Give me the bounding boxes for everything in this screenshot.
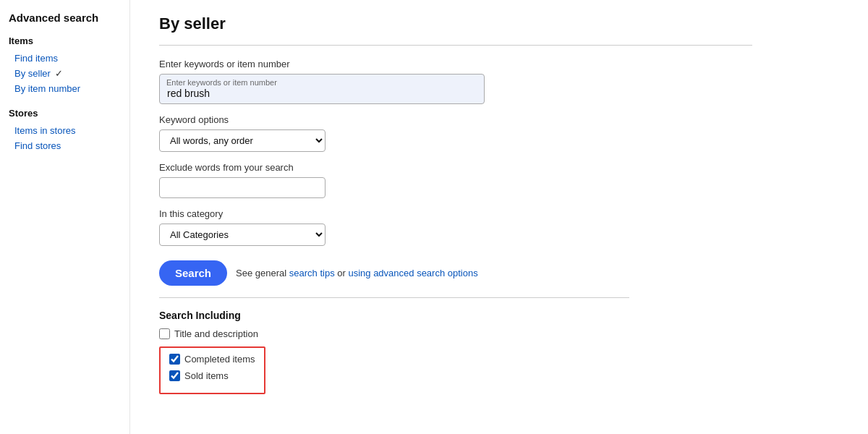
checkbox-row-title-desc: Title and description xyxy=(159,328,752,339)
sidebar-item-by-seller[interactable]: By seller ✓ xyxy=(9,66,121,81)
search-row: Search See general search tips or using … xyxy=(159,260,752,286)
sidebar: Advanced search Items Find items By sell… xyxy=(0,0,130,434)
top-divider xyxy=(159,45,752,46)
search-including-title: Search Including xyxy=(159,310,752,321)
sidebar-by-item-number-label: By item number xyxy=(14,83,80,94)
see-general-text: See general xyxy=(236,268,289,278)
sidebar-items-section: Items xyxy=(9,35,121,46)
sold-items-checkbox[interactable] xyxy=(169,370,180,381)
exclude-input[interactable] xyxy=(159,177,326,198)
completed-items-checkbox[interactable] xyxy=(169,354,180,365)
sidebar-item-by-item-number[interactable]: By item number xyxy=(9,81,121,96)
by-seller-checkmark: ✓ xyxy=(55,68,63,79)
keyword-options-dropdown[interactable]: All words, any order Any words Exact phr… xyxy=(159,129,326,152)
completed-items-label[interactable]: Completed items xyxy=(184,354,255,365)
checkbox-row-sold: Sold items xyxy=(169,370,255,381)
category-dropdown[interactable]: All Categories Antiques Art Books xyxy=(159,224,326,246)
sidebar-title: Advanced search xyxy=(9,12,121,24)
sidebar-by-seller-label: By seller xyxy=(14,68,51,79)
sidebar-find-items-label: Find items xyxy=(14,53,58,64)
advanced-search-options-link[interactable]: using advanced search options xyxy=(348,268,477,278)
category-label: In this category xyxy=(159,208,752,219)
keyword-label: Enter keywords or item number xyxy=(159,59,752,69)
page-title: By seller xyxy=(159,14,752,33)
main-content: By seller Enter keywords or item number … xyxy=(130,0,781,434)
title-desc-checkbox[interactable] xyxy=(159,328,170,339)
sidebar-item-find-stores[interactable]: Find stores xyxy=(9,138,121,153)
sidebar-stores-section: Stores xyxy=(9,108,121,119)
checkbox-row-completed: Completed items xyxy=(169,354,255,365)
sold-items-label[interactable]: Sold items xyxy=(184,370,229,381)
exclude-label: Exclude words from your search xyxy=(159,162,752,173)
red-box-group: Completed items Sold items xyxy=(159,346,265,394)
sidebar-item-items-in-stores[interactable]: Items in stores xyxy=(9,123,121,138)
sidebar-item-find-items[interactable]: Find items xyxy=(9,51,121,66)
or-text: or xyxy=(335,268,349,278)
title-desc-label[interactable]: Title and description xyxy=(174,328,258,339)
keyword-input[interactable] xyxy=(159,74,485,104)
sidebar-find-stores-label: Find stores xyxy=(14,140,61,151)
search-including-divider xyxy=(159,297,629,298)
keyword-options-label: Keyword options xyxy=(159,114,752,125)
sidebar-items-in-stores-label: Items in stores xyxy=(14,125,76,136)
search-tips-text: See general search tips or using advance… xyxy=(236,268,478,278)
keyword-input-wrapper: Enter keywords or item number xyxy=(159,74,752,104)
search-tips-link[interactable]: search tips xyxy=(289,268,335,278)
search-button[interactable]: Search xyxy=(159,260,227,286)
